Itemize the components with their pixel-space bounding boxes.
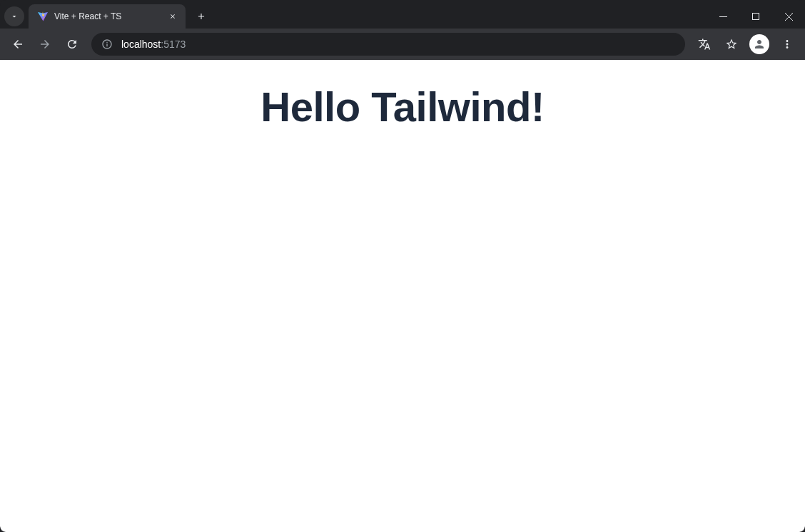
url-text: localhost:5173 (121, 39, 677, 50)
minimize-button[interactable] (707, 4, 739, 29)
svg-rect-1 (753, 14, 759, 20)
reload-icon (66, 38, 79, 51)
chevron-down-icon (10, 12, 19, 21)
toolbar: localhost:5173 (0, 29, 805, 60)
arrow-right-icon (39, 38, 51, 51)
forward-button[interactable] (33, 32, 57, 56)
site-info-button[interactable] (100, 37, 114, 51)
vite-favicon-icon (37, 11, 49, 22)
browser-chrome: Vite + React + TS (0, 0, 805, 60)
menu-button[interactable] (775, 32, 799, 56)
tab-bar: Vite + React + TS (0, 4, 805, 29)
close-icon (169, 13, 176, 20)
profile-button[interactable] (749, 34, 769, 54)
back-button[interactable] (6, 32, 30, 56)
translate-button[interactable] (692, 32, 717, 56)
tab-close-button[interactable] (167, 11, 178, 22)
maximize-button[interactable] (739, 4, 772, 29)
tab-search-button[interactable] (4, 6, 24, 26)
minimize-icon (719, 13, 727, 21)
more-vert-icon (781, 38, 794, 51)
info-icon (101, 39, 113, 50)
reload-button[interactable] (60, 32, 84, 56)
close-window-button[interactable] (772, 4, 805, 29)
window-controls (707, 4, 805, 29)
tab-title: Vite + React + TS (54, 11, 167, 21)
url-port: :5173 (161, 39, 186, 50)
star-icon (725, 38, 738, 51)
page-content: Hello Tailwind! (0, 60, 805, 532)
arrow-left-icon (11, 38, 24, 51)
active-tab[interactable]: Vite + React + TS (29, 4, 186, 29)
address-bar[interactable]: localhost:5173 (91, 33, 685, 56)
translate-icon (698, 38, 711, 51)
plus-icon (196, 11, 206, 21)
close-icon (785, 13, 793, 21)
page-heading: Hello Tailwind! (0, 83, 805, 131)
url-host: localhost (121, 39, 161, 50)
new-tab-button[interactable] (191, 6, 211, 26)
person-icon (753, 38, 766, 51)
bookmark-button[interactable] (719, 32, 744, 56)
maximize-icon (752, 13, 759, 20)
